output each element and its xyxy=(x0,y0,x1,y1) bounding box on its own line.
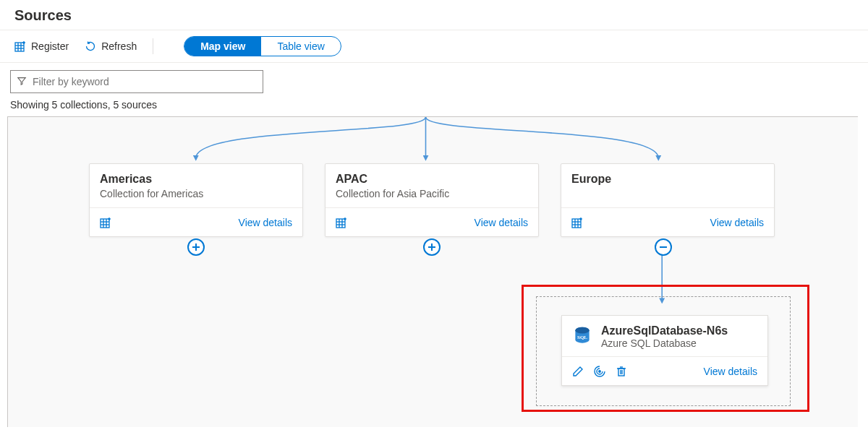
source-card-azure-sql[interactable]: SQL AzureSqlDatabase-N6s Azure SQL Datab… xyxy=(561,315,768,386)
filter-row xyxy=(0,63,868,99)
toolbar: Register Refresh Map view Table view xyxy=(0,30,868,63)
svg-rect-9 xyxy=(101,219,109,228)
map-canvas[interactable]: Americas Collection for Americas View de… xyxy=(8,117,858,427)
filter-icon xyxy=(17,76,27,88)
expand-toggle-apac[interactable] xyxy=(423,238,441,256)
svg-marker-7 xyxy=(18,77,26,85)
svg-rect-39 xyxy=(618,369,624,376)
card-title: APAC xyxy=(336,173,528,186)
card-title: Americas xyxy=(100,173,292,186)
expand-toggle-americas[interactable] xyxy=(187,238,205,256)
source-subtitle: Azure SQL Database xyxy=(601,337,728,349)
filter-input[interactable] xyxy=(33,76,257,87)
register-label: Register xyxy=(31,40,69,52)
azure-sql-icon: SQL xyxy=(572,326,592,348)
toolbar-separator xyxy=(153,38,153,54)
svg-point-36 xyxy=(575,327,589,333)
svg-rect-27 xyxy=(572,219,581,228)
edit-icon[interactable] xyxy=(572,366,584,377)
svg-text:SQL: SQL xyxy=(577,334,587,340)
collection-card-americas[interactable]: Americas Collection for Americas View de… xyxy=(89,163,303,237)
grid-register-icon[interactable] xyxy=(100,217,111,228)
filter-input-wrap[interactable] xyxy=(10,70,263,93)
page-header: Sources xyxy=(0,0,868,30)
refresh-icon xyxy=(85,40,96,52)
map-canvas-wrap: Americas Collection for Americas View de… xyxy=(7,116,858,427)
svg-point-38 xyxy=(599,370,600,371)
svg-rect-18 xyxy=(336,219,345,228)
card-subtitle: Collection for Americas xyxy=(100,188,292,199)
table-view-tab[interactable]: Table view xyxy=(261,37,340,56)
grid-register-icon[interactable] xyxy=(571,217,583,228)
delete-icon[interactable] xyxy=(616,366,627,377)
register-button[interactable]: Register xyxy=(14,40,69,52)
scan-icon[interactable] xyxy=(594,366,605,377)
count-text: Showing 5 collections, 5 sources xyxy=(0,99,868,116)
view-details-link[interactable]: View details xyxy=(475,217,528,228)
refresh-label: Refresh xyxy=(101,40,137,52)
source-title: AzureSqlDatabase-N6s xyxy=(601,324,728,337)
view-details-link[interactable]: View details xyxy=(239,217,292,228)
view-toggle: Map view Table view xyxy=(184,36,341,56)
collection-card-apac[interactable]: APAC Collection for Asia Pacific View de… xyxy=(325,163,539,237)
view-details-link[interactable]: View details xyxy=(704,366,757,377)
card-title: Europe xyxy=(571,173,764,186)
map-view-tab[interactable]: Map view xyxy=(184,37,261,56)
grid-register-icon xyxy=(14,40,26,52)
collection-card-europe[interactable]: Europe View details xyxy=(561,163,775,237)
view-details-link[interactable]: View details xyxy=(710,217,764,228)
grid-register-icon[interactable] xyxy=(336,217,347,228)
svg-rect-0 xyxy=(15,43,24,51)
page-title: Sources xyxy=(14,7,854,24)
refresh-button[interactable]: Refresh xyxy=(85,40,137,52)
collapse-toggle-europe[interactable] xyxy=(655,238,672,256)
card-subtitle: Collection for Asia Pacific xyxy=(336,188,528,199)
